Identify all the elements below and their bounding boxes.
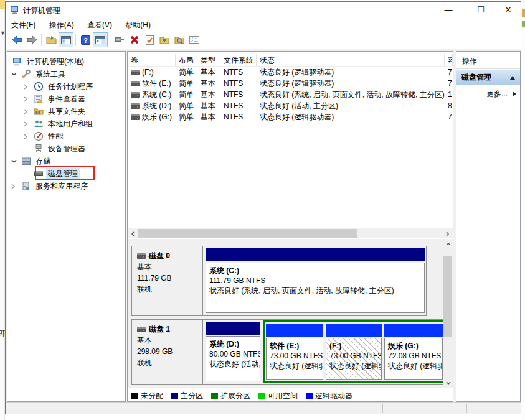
tree-item-shared-folders[interactable]: 共享文件夹 [7, 105, 125, 118]
volume-row-d[interactable]: 系统 (D:) 简单 基本 NTFS 状态良好 (活动, 主分区) 8 [128, 100, 453, 111]
device-properties-icon[interactable] [112, 32, 127, 47]
volume-row-c[interactable]: 系统 (C:) 简单 基本 NTFS 状态良好 (系统, 启动, 页面文件, 活… [128, 89, 453, 100]
title-bar[interactable]: 计算机管理 — ☐ ✕ [6, 2, 521, 18]
disk-0-info[interactable]: 磁盘 0 基本 111.79 GB 联机 [132, 246, 203, 315]
window-title: 计算机管理 [23, 6, 60, 16]
services-icon [21, 181, 31, 191]
forward-icon[interactable] [24, 32, 39, 47]
export-list-icon[interactable] [44, 32, 59, 47]
tree-item-performance[interactable]: 性能 [7, 130, 125, 142]
chevron-down-icon[interactable] [11, 159, 21, 163]
partition-f-selected[interactable]: (F:) 73.00 GB NTFS 状态良好 (逻辑驱动器) [326, 324, 382, 380]
chevron-right-icon[interactable] [24, 109, 34, 114]
find-icon[interactable] [172, 32, 187, 47]
legend-extended-partition: 扩展分区 [211, 391, 250, 401]
menu-view[interactable]: 查看(V) [82, 18, 118, 32]
chevron-down-icon[interactable] [11, 72, 21, 76]
tree-item-services-applications[interactable]: 服务和应用程序 [7, 180, 125, 192]
collapse-icon[interactable] [510, 76, 515, 80]
horizontal-scrollbar[interactable] [128, 228, 453, 238]
menu-file[interactable]: 文件(F) [6, 18, 41, 32]
partition-color-bar [266, 324, 323, 337]
disk-icon [137, 327, 146, 332]
partition-g[interactable]: 娱乐 (G:) 72.08 GB NTFS 状态良好 (逻辑驱动器) [384, 324, 443, 380]
menu-bar: 文件(F) 操作(A) 查看(V) 帮助(H) [6, 18, 521, 31]
tree-item-local-users-groups[interactable]: 本地用户和组 [7, 118, 125, 130]
partition-d[interactable]: 系统 (D:) 80.00 GB NTFS 状态良好 (活动, 主分区) [206, 322, 260, 381]
tree-item-event-viewer[interactable]: 事件查看器 [7, 93, 125, 105]
chevron-right-icon[interactable] [24, 84, 34, 90]
tree-item-device-manager[interactable]: 设备管理器 [7, 142, 125, 155]
disk-1-info[interactable]: 磁盘 1 基本 298.09 GB 联机 [132, 320, 203, 384]
volume-row-f[interactable]: (F:) 简单 基本 NTFS 状态良好 (逻辑驱动器) 7 [128, 67, 453, 78]
properties-list-icon[interactable] [187, 32, 202, 47]
help-icon[interactable]: ? [78, 32, 93, 47]
device-manager-icon [34, 144, 44, 154]
scrollbar-thumb[interactable] [138, 229, 357, 238]
partition-legend: 未分配 主分区 扩展分区 可用空间 逻辑驱动器 [131, 391, 352, 401]
background-icon-fragment [522, 9, 525, 17]
menu-help[interactable]: 帮助(H) [120, 18, 156, 32]
chevron-right-icon[interactable] [11, 184, 21, 189]
column-layout[interactable]: 布局 [176, 54, 197, 67]
minimize-button[interactable]: — [438, 2, 459, 18]
volume-row-g[interactable]: 娱乐 (G:) 简单 基本 NTFS 状态良好 (逻辑驱动器) 7 [128, 111, 453, 123]
show-console-tree-icon[interactable] [59, 32, 73, 47]
partition-c[interactable]: 系统 (C:) 111.79 GB NTFS 状态良好 (系统, 启动, 页面文… [206, 248, 425, 313]
chevron-right-icon[interactable] [24, 96, 34, 102]
chevron-right-icon[interactable] [24, 121, 34, 127]
local-users-icon [34, 119, 44, 129]
show-action-pane-icon[interactable] [93, 32, 108, 47]
console-tree-pane: 计算机管理(本地) 系统工具 任务计划程序 事件查看器 共享文件夹 本地用户和组 [7, 51, 126, 402]
tree-item-task-scheduler[interactable]: 任务计划程序 [7, 80, 125, 93]
disk-management-main-pane: 卷 布局 类型 文件系统 状态 容 (F:) 简单 基本 NTFS 状态良好 (… [127, 51, 453, 402]
disk-graphical-view: 磁盘 0 基本 111.79 GB 联机 系统 (C:) 111.79 GB N… [128, 239, 453, 388]
column-capacity[interactable]: 容 [445, 54, 453, 67]
delete-icon[interactable] [127, 32, 142, 47]
volume-icon [131, 114, 140, 120]
legend-primary-partition: 主分区 [171, 391, 203, 401]
column-type[interactable]: 类型 [197, 54, 220, 67]
svg-text:?: ? [83, 36, 88, 44]
actions-pane: 操作 磁盘管理 更多... [456, 51, 521, 402]
red-highlight-box [35, 166, 95, 180]
tree-item-storage[interactable]: 存储 [7, 155, 125, 167]
volume-list-header[interactable]: 卷 布局 类型 文件系统 状态 容 [128, 54, 453, 67]
background-window-right-sliver [521, 0, 525, 420]
scroll-left-icon[interactable] [128, 228, 138, 239]
column-filesystem[interactable]: 文件系统 [220, 54, 257, 67]
column-volume[interactable]: 卷 [128, 54, 176, 67]
shared-folders-icon [34, 106, 44, 116]
partition-e[interactable]: 软件 (E:) 73.00 GB NTFS 状态良好 (逻辑驱动器) [266, 324, 323, 380]
legend-free-space: 可用空间 [258, 391, 298, 401]
scroll-up-icon[interactable] [443, 239, 453, 250]
partition-color-bar [384, 324, 443, 337]
volume-icon [131, 70, 140, 75]
back-icon[interactable] [9, 32, 24, 47]
column-status[interactable]: 状态 [257, 54, 445, 67]
background-window-left-sliver [0, 0, 5, 420]
scroll-down-icon[interactable] [443, 378, 453, 388]
app-icon [10, 5, 20, 15]
system-tools-icon [21, 69, 31, 79]
vertical-scrollbar[interactable] [443, 239, 453, 388]
status-bar-divider [382, 404, 383, 413]
event-viewer-icon [34, 94, 44, 104]
menu-action[interactable]: 操作(A) [44, 18, 80, 32]
check-document-icon[interactable] [142, 32, 157, 47]
maximize-button[interactable]: ☐ [470, 2, 491, 18]
tree-item-system-tools[interactable]: 系统工具 [7, 68, 125, 80]
up-one-level-icon[interactable] [157, 32, 172, 47]
volume-icon [131, 81, 140, 86]
volume-icon [131, 103, 140, 109]
volume-icon [131, 92, 140, 98]
actions-group-disk-management[interactable]: 磁盘管理 [456, 70, 520, 85]
scroll-right-icon[interactable] [442, 228, 453, 239]
volume-row-e[interactable]: 软件 (E:) 简单 基本 NTFS 状态良好 (逻辑驱动器) 7 [128, 78, 453, 89]
scrollbar-thumb[interactable] [443, 256, 452, 337]
task-scheduler-icon [34, 82, 44, 91]
tree-item-computer-management[interactable]: 计算机管理(本地) [7, 55, 125, 68]
chevron-right-icon[interactable] [24, 134, 34, 139]
close-button[interactable]: ✕ [498, 2, 519, 18]
actions-more-item[interactable]: 更多... [456, 88, 520, 100]
